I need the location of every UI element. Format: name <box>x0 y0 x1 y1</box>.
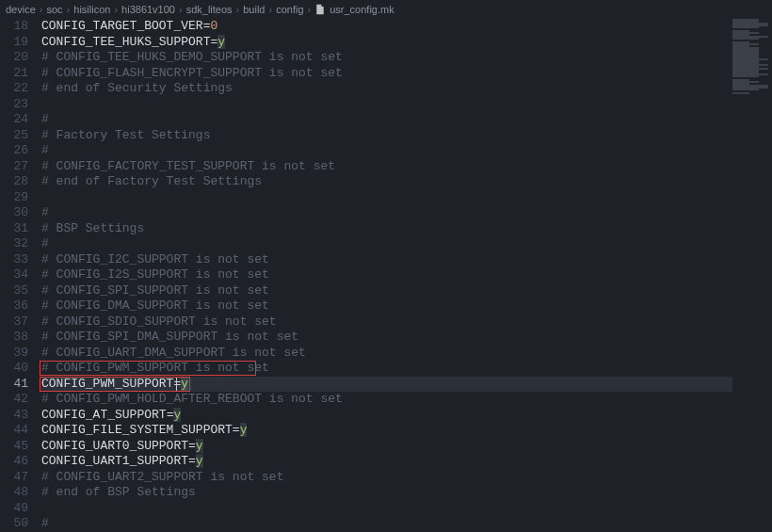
equals-token: = <box>188 454 196 468</box>
line-number: 20 <box>0 50 41 66</box>
code-content[interactable]: # end of Security Settings <box>41 81 772 97</box>
code-line[interactable]: 43CONFIG_AT_SUPPORT=y <box>0 408 772 424</box>
code-content[interactable]: # CONFIG_PWM_HOLD_AFTER_REBOOT is not se… <box>41 392 772 408</box>
line-number: 18 <box>0 19 41 35</box>
code-line[interactable]: 48# end of BSP Settings <box>0 485 772 501</box>
code-line[interactable]: 31# BSP Settings <box>0 221 772 237</box>
code-line[interactable]: 47# CONFIG_UART2_SUPPORT is not set <box>0 470 772 486</box>
code-line[interactable]: 39# CONFIG_UART_DMA_SUPPORT is not set <box>0 346 772 362</box>
code-content[interactable]: # CONFIG_FLASH_ENCRYPT_SUPPORT is not se… <box>41 66 772 82</box>
code-line[interactable]: 26# <box>0 143 772 159</box>
breadcrumb: device›soc›hisilicon›hi3861v100›sdk_lite… <box>0 0 772 19</box>
code-line[interactable]: 25# Factory Test Settings <box>0 128 772 144</box>
code-line[interactable]: 32# <box>0 236 772 252</box>
breadcrumb-item[interactable]: hisilicon <box>73 4 110 15</box>
code-line[interactable]: 40# CONFIG_PWM_SUPPORT is not set <box>0 361 772 377</box>
code-line[interactable]: 49 <box>0 501 772 517</box>
line-number: 35 <box>0 283 41 299</box>
code-content[interactable]: # <box>41 516 772 532</box>
line-number: 19 <box>0 35 41 51</box>
line-number: 37 <box>0 314 41 330</box>
code-content[interactable]: # BSP Settings <box>41 221 772 237</box>
breadcrumb-item[interactable]: device <box>6 4 36 15</box>
code-content[interactable]: # CONFIG_SPI_DMA_SUPPORT is not set <box>41 330 772 346</box>
code-content[interactable]: # CONFIG_I2C_SUPPORT is not set <box>41 252 772 268</box>
breadcrumb-file[interactable]: usr_config.mk <box>330 4 394 15</box>
code-content[interactable]: CONFIG_FILE_SYSTEM_SUPPORT=y <box>41 423 772 439</box>
code-content[interactable]: # CONFIG_SPI_SUPPORT is not set <box>41 283 772 299</box>
config-value: y <box>240 423 248 437</box>
code-line[interactable]: 30# <box>0 205 772 221</box>
breadcrumb-separator: › <box>40 4 43 15</box>
config-value: y <box>196 439 203 453</box>
code-line[interactable]: 21# CONFIG_FLASH_ENCRYPT_SUPPORT is not … <box>0 66 772 82</box>
breadcrumb-separator: › <box>179 4 183 15</box>
code-line[interactable]: 36# CONFIG_DMA_SUPPORT is not set <box>0 298 772 314</box>
line-number: 44 <box>0 423 41 439</box>
code-line[interactable]: 29 <box>0 190 772 206</box>
code-content[interactable]: # end of BSP Settings <box>41 485 772 501</box>
comment-token: # <box>41 143 49 157</box>
code-line[interactable]: 19CONFIG_TEE_HUKS_SUPPORT=y <box>0 35 772 51</box>
code-content[interactable]: CONFIG_PWM_SUPPORT=y <box>41 377 772 393</box>
code-content[interactable]: CONFIG_TEE_HUKS_SUPPORT=y <box>41 35 772 51</box>
line-number: 50 <box>0 516 41 532</box>
code-content[interactable] <box>41 97 772 113</box>
code-content[interactable]: # CONFIG_UART_DMA_SUPPORT is not set <box>41 346 772 362</box>
breadcrumb-item[interactable]: hi3861v100 <box>121 4 175 15</box>
code-line[interactable]: 18CONFIG_TARGET_BOOT_VER=0 <box>0 19 772 35</box>
code-line[interactable]: 37# CONFIG_SDIO_SUPPORT is not set <box>0 314 772 330</box>
code-line[interactable]: 27# CONFIG_FACTORY_TEST_SUPPORT is not s… <box>0 159 772 175</box>
code-content[interactable]: # CONFIG_UART2_SUPPORT is not set <box>41 470 772 486</box>
code-content[interactable]: # end of Factory Test Settings <box>41 174 772 190</box>
breadcrumb-item[interactable]: config <box>276 4 303 15</box>
config-value: y <box>181 377 188 391</box>
config-key: CONFIG_AT_SUPPORT <box>41 408 167 422</box>
breadcrumb-item[interactable]: sdk_liteos <box>186 4 233 15</box>
code-content[interactable]: # Factory Test Settings <box>41 128 772 144</box>
code-content[interactable]: # <box>41 112 772 128</box>
comment-token: # end of Security Settings <box>41 81 233 95</box>
code-content[interactable]: # <box>41 205 772 221</box>
code-content[interactable] <box>41 501 772 517</box>
code-line[interactable]: 28# end of Factory Test Settings <box>0 174 772 190</box>
code-content[interactable]: # CONFIG_SDIO_SUPPORT is not set <box>41 314 772 330</box>
code-line[interactable]: 45CONFIG_UART0_SUPPORT=y <box>0 439 772 455</box>
code-content[interactable]: # CONFIG_TEE_HUKS_DEMO_SUPPORT is not se… <box>41 50 772 66</box>
code-line[interactable]: 34# CONFIG_I2S_SUPPORT is not set <box>0 267 772 283</box>
code-content[interactable]: CONFIG_UART1_SUPPORT=y <box>41 454 772 470</box>
line-number: 23 <box>0 97 41 113</box>
minimap[interactable] <box>732 19 772 532</box>
code-content[interactable]: # <box>41 143 772 159</box>
code-line[interactable]: 46CONFIG_UART1_SUPPORT=y <box>0 454 772 470</box>
breadcrumb-item[interactable]: build <box>243 4 265 15</box>
code-line[interactable]: 24# <box>0 112 772 128</box>
code-content[interactable]: # CONFIG_I2S_SUPPORT is not set <box>41 267 772 283</box>
breadcrumb-item[interactable]: soc <box>46 4 62 15</box>
code-content[interactable]: # <box>41 236 772 252</box>
code-line[interactable]: 44CONFIG_FILE_SYSTEM_SUPPORT=y <box>0 423 772 439</box>
editor-area[interactable]: 18CONFIG_TARGET_BOOT_VER=019CONFIG_TEE_H… <box>0 19 772 532</box>
breadcrumb-separator: › <box>308 4 312 15</box>
line-number: 26 <box>0 143 41 159</box>
code-line[interactable]: 23 <box>0 97 772 113</box>
code-content[interactable]: CONFIG_UART0_SUPPORT=y <box>41 439 772 455</box>
code-line[interactable]: 33# CONFIG_I2C_SUPPORT is not set <box>0 252 772 268</box>
code-line[interactable]: 22# end of Security Settings <box>0 81 772 97</box>
code-line[interactable]: 35# CONFIG_SPI_SUPPORT is not set <box>0 283 772 299</box>
code-line[interactable]: 42# CONFIG_PWM_HOLD_AFTER_REBOOT is not … <box>0 392 772 408</box>
code-line[interactable]: 20# CONFIG_TEE_HUKS_DEMO_SUPPORT is not … <box>0 50 772 66</box>
comment-token: # end of BSP Settings <box>41 485 196 499</box>
code-content[interactable]: # CONFIG_PWM_SUPPORT is not set <box>41 361 772 377</box>
line-number: 49 <box>0 501 41 517</box>
line-number: 36 <box>0 298 41 314</box>
code-line[interactable]: 38# CONFIG_SPI_DMA_SUPPORT is not set <box>0 330 772 346</box>
code-line[interactable]: 41CONFIG_PWM_SUPPORT=y <box>0 377 772 393</box>
code-line[interactable]: 50# <box>0 516 772 532</box>
code-content[interactable] <box>41 190 772 206</box>
code-content[interactable]: # CONFIG_FACTORY_TEST_SUPPORT is not set <box>41 159 772 175</box>
code-content[interactable]: # CONFIG_DMA_SUPPORT is not set <box>41 298 772 314</box>
config-key: CONFIG_FILE_SYSTEM_SUPPORT <box>41 423 233 437</box>
code-content[interactable]: CONFIG_TARGET_BOOT_VER=0 <box>41 19 772 35</box>
code-content[interactable]: CONFIG_AT_SUPPORT=y <box>41 408 772 424</box>
